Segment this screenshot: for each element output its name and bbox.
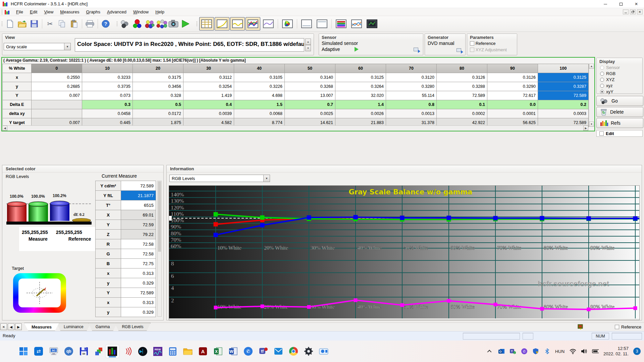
measures-cell[interactable]: 0.2550 <box>32 73 82 82</box>
measures-cell[interactable]: 1.5 <box>234 100 285 109</box>
measures-cell[interactable]: 0.7 <box>285 100 335 109</box>
taskbar-disk64-icon[interactable]: 64 <box>77 345 91 358</box>
measures-row-header-delta-xy[interactable]: delta xy <box>3 109 32 118</box>
minimize-button[interactable] <box>598 0 613 8</box>
taskbar-rew-icon[interactable]: REW <box>151 345 164 358</box>
measures-cell[interactable]: 0.3125 <box>538 73 589 82</box>
scroll-left-icon[interactable]: ◀ <box>2 126 7 131</box>
measures-cell[interactable] <box>32 109 82 118</box>
measures-col-header-80[interactable]: 80 <box>437 64 487 73</box>
measure-secondaries-button[interactable] <box>143 17 155 30</box>
measures-cell[interactable]: 0.073 <box>82 91 133 100</box>
chevron-down-icon[interactable]: ▼ <box>64 43 70 50</box>
measures-cell[interactable]: 0.3254 <box>183 82 234 91</box>
toolbar-gripper[interactable] <box>1 21 3 26</box>
measures-cell[interactable]: 0.3456 <box>133 82 183 91</box>
taskbar-acrobat-icon[interactable]: A <box>196 345 210 358</box>
cm-row-value[interactable]: 69.01 <box>121 210 156 220</box>
taskbar-sc-monitor-icon[interactable]: SC <box>47 345 60 358</box>
view-measures-window-button[interactable] <box>299 17 314 31</box>
menu-item-help[interactable]: Help <box>152 8 168 15</box>
measures-cell[interactable]: 0.0003 <box>538 109 589 118</box>
measures-cell[interactable]: 4.698 <box>234 91 285 100</box>
scroll-down-icon[interactable]: ▼ <box>589 122 594 127</box>
run-measures-button[interactable] <box>179 17 192 30</box>
view-rgb-levels-chart-button[interactable] <box>246 17 260 31</box>
taskbar-mail-icon[interactable] <box>272 345 285 358</box>
tray-bluetooth-icon[interactable] <box>544 348 550 355</box>
measures-cell[interactable]: 0.0458 <box>82 109 133 118</box>
help-button[interactable]: ? <box>100 17 112 30</box>
taskbar-excel-icon[interactable]: X <box>211 345 225 358</box>
measures-cell[interactable]: 0.3280 <box>386 82 437 91</box>
taskbar-phone-icon[interactable]: ✆ <box>241 345 255 358</box>
save-button[interactable] <box>28 17 40 30</box>
menu-item-advanced[interactable]: Advanced <box>104 8 130 15</box>
display-option-xyz[interactable]: XYZ <box>597 76 642 82</box>
delete-button[interactable]: ↻ Delete <box>596 107 643 117</box>
measures-col-header-0[interactable]: 0 <box>32 64 82 73</box>
reference-checkbox[interactable] <box>470 41 474 46</box>
view-color-bars-button[interactable] <box>334 17 348 31</box>
taskbar-settings-gear-icon[interactable] <box>302 345 315 358</box>
tab-next-button[interactable]: ▶ <box>15 323 22 330</box>
gray-scale-balance-chart[interactable]: 140%130%120%110%100%90%80%70%60%864210% … <box>169 186 639 318</box>
colorspace-summary-field[interactable]: Color Space: UHDTV P3 in Rec2020 , White… <box>75 38 304 52</box>
tray-battery-icon[interactable] <box>592 348 599 355</box>
measures-col-header-100[interactable]: 100 <box>538 64 589 73</box>
measures-cell[interactable]: 55.114 <box>386 91 437 100</box>
measures-cell[interactable]: 0.3112 <box>183 73 234 82</box>
view-histogram-chart-button[interactable] <box>261 17 276 31</box>
sensor-config-icon[interactable] <box>414 48 420 53</box>
view-luminance-chart-button[interactable] <box>230 17 245 31</box>
measures-cell[interactable]: 0.3233 <box>82 73 133 82</box>
measures-cell[interactable]: 0.3125 <box>335 73 386 82</box>
menu-item-edit[interactable]: Edit <box>26 8 41 15</box>
view-measures-grid-button[interactable] <box>199 17 214 31</box>
measures-cell[interactable]: 0.0025 <box>285 109 335 118</box>
taskbar-app-squares-icon[interactable] <box>92 345 106 358</box>
view-secondary-window-button[interactable] <box>315 17 329 31</box>
print-button[interactable] <box>84 17 96 30</box>
measures-row-header-delta-e[interactable]: Delta E <box>3 100 32 109</box>
measures-cell[interactable]: 0.3290 <box>487 82 538 91</box>
tray-security-shield-icon[interactable] <box>532 348 539 355</box>
measures-col-header-10[interactable]: 10 <box>82 64 133 73</box>
measures-col-header-90[interactable]: 90 <box>487 64 538 73</box>
measures-vertical-scrollbar[interactable]: ▲ ▼ <box>589 64 594 127</box>
tab-prev-button[interactable]: ◀ <box>8 323 14 330</box>
measures-cell[interactable]: 0.5 <box>133 100 183 109</box>
measures-col-header-60[interactable]: 60 <box>335 64 386 73</box>
measures-cell[interactable]: 0.3105 <box>234 73 285 82</box>
view-gamma-chart-button[interactable] <box>215 17 229 31</box>
display-option-rgb[interactable]: RGB <box>597 70 642 76</box>
sensor-run-icon[interactable] <box>355 47 359 52</box>
tab-close-button[interactable]: ✕ <box>0 323 7 330</box>
measures-cell[interactable]: 0.3175 <box>133 73 183 82</box>
cm-row-value[interactable]: 0.313 <box>121 268 156 278</box>
measures-cell[interactable]: 0.3126 <box>437 73 487 82</box>
edit-checkbox[interactable] <box>599 131 604 136</box>
measures-cell[interactable]: 0.0172 <box>133 109 183 118</box>
taskbar-file-explorer-icon[interactable] <box>181 345 195 358</box>
measures-col-header-20[interactable]: 20 <box>133 64 183 73</box>
measures-cell[interactable]: 0.8 <box>386 100 437 109</box>
menu-item-graphs[interactable]: Graphs <box>83 8 104 15</box>
measure-primaries-button[interactable] <box>131 17 143 30</box>
measures-col-header-40[interactable]: 40 <box>234 64 285 73</box>
paste-button[interactable] <box>68 17 80 30</box>
measures-cell[interactable]: 0.3287 <box>538 82 589 91</box>
menu-item-view[interactable]: View <box>41 8 57 15</box>
measures-cell[interactable]: 0.3120 <box>386 73 437 82</box>
measures-cell[interactable]: 0.3126 <box>487 73 538 82</box>
cm-row-value[interactable]: 21.1877 <box>121 191 156 200</box>
view-free-measures-button[interactable] <box>365 17 379 31</box>
cm-row-value[interactable]: 72.59 <box>121 220 156 230</box>
maximize-button[interactable] <box>613 0 629 8</box>
tray-viber-icon[interactable]: ✆ <box>521 348 528 355</box>
menu-item-file[interactable]: File <box>13 8 26 15</box>
taskbar-soundwaves-icon[interactable] <box>121 345 134 358</box>
tab-measures[interactable]: Measures <box>24 323 59 331</box>
mdi-close-button[interactable]: ✕ <box>637 9 643 14</box>
measures-cell[interactable]: 0.3226 <box>234 82 285 91</box>
